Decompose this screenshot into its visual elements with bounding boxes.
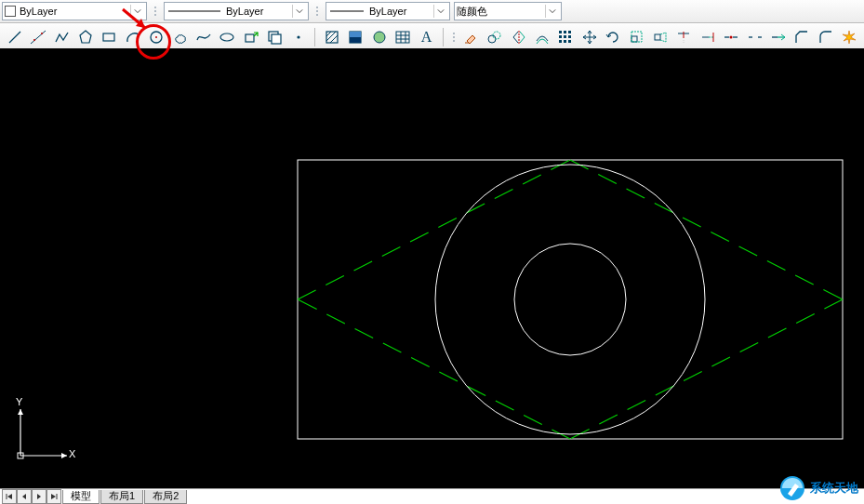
svg-line-62 [298, 299, 570, 439]
break-tool[interactable] [744, 26, 765, 48]
toolbar-grip-icon [453, 27, 459, 47]
layer-color-combo[interactable]: ByLayer [2, 2, 147, 20]
svg-rect-21 [350, 37, 361, 43]
svg-rect-37 [568, 35, 571, 38]
svg-point-14 [297, 35, 299, 38]
extend-tool[interactable] [697, 26, 718, 48]
plotstyle-label: 随颜色 [457, 5, 487, 19]
svg-rect-36 [564, 35, 566, 38]
polyline-tool[interactable] [51, 26, 73, 48]
lineweight-sample-icon [328, 7, 366, 16]
polygon-tool[interactable] [74, 26, 96, 48]
svg-point-29 [488, 35, 496, 43]
offset-tool[interactable] [531, 26, 552, 48]
drawing-canvas [0, 48, 864, 489]
arc-tool[interactable] [122, 26, 143, 48]
svg-line-2 [9, 32, 20, 43]
watermark: 系统天地 [778, 474, 858, 502]
svg-rect-43 [631, 36, 637, 42]
explode-tool[interactable] [839, 26, 860, 48]
tab-layout2[interactable]: 布局2 [144, 490, 187, 504]
svg-line-60 [570, 160, 843, 299]
fillet-tool[interactable] [815, 26, 836, 48]
layer-color-label: ByLayer [20, 6, 57, 17]
drawing-outer-circle [435, 165, 705, 434]
text-tool[interactable]: A [416, 26, 437, 48]
circle-tool[interactable] [145, 26, 166, 48]
svg-line-17 [326, 32, 336, 41]
drawing-diamond [298, 160, 843, 439]
ucs-y-label: Y [16, 396, 22, 407]
linetype-combo[interactable]: ByLayer [164, 2, 309, 20]
construction-line-tool[interactable] [27, 26, 48, 48]
svg-point-5 [41, 33, 43, 34]
chevron-down-icon [433, 5, 447, 18]
layout-tab-bar: 模型 布局1 布局2 [0, 488, 864, 504]
trim-tool[interactable] [673, 26, 695, 48]
make-block-tool[interactable] [263, 26, 285, 48]
watermark-logo-icon [778, 474, 806, 502]
tab-model[interactable]: 模型 [62, 490, 100, 504]
rotate-tool[interactable] [603, 26, 624, 48]
array-tool[interactable] [555, 26, 577, 48]
linetype-label: ByLayer [226, 6, 263, 17]
text-icon: A [421, 29, 432, 46]
properties-bar: ByLayer ByLayer ByLayer 随颜色 [0, 0, 864, 23]
ellipse-tool[interactable] [217, 26, 238, 48]
chamfer-tool[interactable] [791, 26, 813, 48]
move-tool[interactable] [578, 26, 600, 48]
svg-point-9 [155, 36, 157, 38]
svg-rect-38 [559, 40, 562, 43]
drawing-inner-circle [514, 244, 626, 355]
svg-rect-23 [396, 32, 409, 43]
copy-tool[interactable] [485, 26, 506, 48]
lineweight-combo[interactable]: ByLayer [326, 2, 450, 20]
svg-point-54 [730, 36, 733, 39]
svg-rect-13 [272, 34, 281, 44]
lineweight-label: ByLayer [369, 6, 406, 17]
hatch-tool[interactable] [321, 26, 342, 48]
svg-rect-35 [559, 35, 562, 38]
tab-layout1[interactable]: 布局1 [100, 490, 143, 504]
svg-point-4 [33, 39, 35, 41]
point-tool[interactable] [287, 26, 309, 48]
insert-block-tool[interactable] [240, 26, 261, 48]
svg-rect-33 [564, 31, 566, 33]
watermark-text: 系统天地 [810, 480, 858, 497]
stretch-tool[interactable] [649, 26, 671, 48]
svg-rect-11 [246, 34, 254, 42]
revision-cloud-tool[interactable] [169, 26, 191, 48]
svg-rect-45 [655, 34, 660, 40]
svg-point-30 [493, 32, 500, 39]
table-tool[interactable] [392, 26, 413, 48]
separator [443, 28, 444, 46]
svg-rect-40 [568, 40, 571, 43]
svg-rect-32 [559, 31, 562, 33]
tab-next-button[interactable] [32, 489, 47, 504]
chevron-down-icon [545, 5, 559, 18]
tab-last-button[interactable] [47, 489, 61, 504]
toolbar-grip-icon [316, 1, 322, 21]
spline-tool[interactable] [193, 26, 214, 48]
break-at-point-tool[interactable] [721, 26, 742, 48]
region-tool[interactable] [368, 26, 390, 48]
gradient-tool[interactable] [345, 26, 366, 48]
svg-rect-39 [564, 40, 566, 43]
erase-tool[interactable] [460, 26, 482, 48]
line-tool[interactable] [4, 26, 25, 48]
svg-marker-6 [80, 31, 91, 43]
svg-line-59 [298, 160, 570, 299]
mirror-tool[interactable] [508, 26, 529, 48]
svg-rect-7 [103, 33, 114, 41]
chevron-down-icon [292, 5, 306, 18]
join-tool[interactable] [767, 26, 789, 48]
svg-line-16 [326, 32, 331, 36]
tab-first-button[interactable] [2, 489, 17, 504]
tab-prev-button[interactable] [17, 489, 32, 504]
scale-tool[interactable] [626, 26, 647, 48]
rectangle-tool[interactable] [99, 26, 120, 48]
plotstyle-combo[interactable]: 随颜色 [454, 2, 562, 20]
svg-rect-34 [568, 31, 571, 33]
model-viewport[interactable]: X Y [0, 48, 864, 489]
tab-nav-buttons [2, 489, 61, 504]
